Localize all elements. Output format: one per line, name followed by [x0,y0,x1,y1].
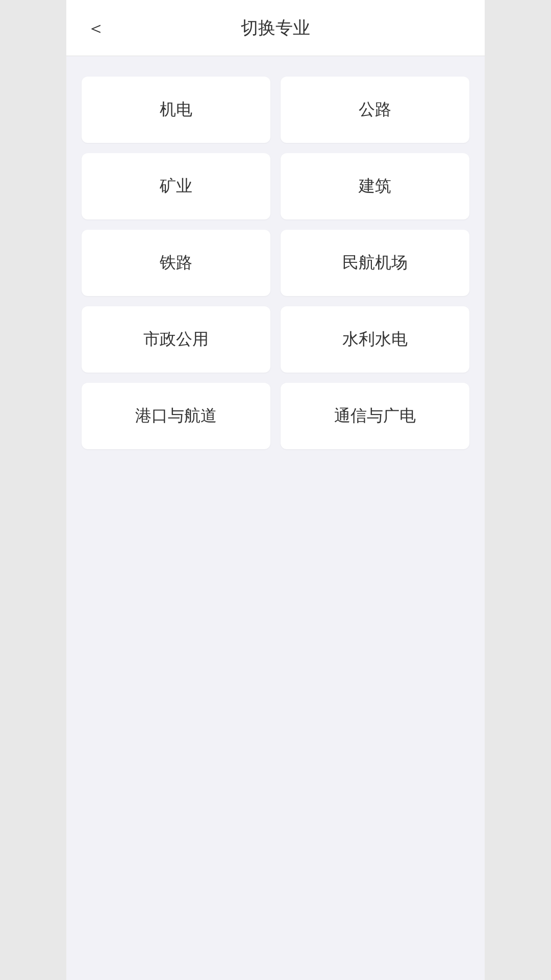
grid-item-label-mechanical-electrical: 机电 [160,99,192,121]
content-area: 机电公路矿业建筑铁路民航机场市政公用水利水电港口与航道通信与广电 [66,56,485,470]
header: ＜ 切换专业 [66,0,485,56]
specialty-grid: 机电公路矿业建筑铁路民航机场市政公用水利水电港口与航道通信与广电 [82,77,469,449]
grid-item-railway[interactable]: 铁路 [82,230,270,296]
back-icon: ＜ [87,17,105,38]
grid-item-label-municipal: 市政公用 [143,328,209,351]
grid-item-label-railway: 铁路 [160,252,192,274]
grid-item-telecom-broadcast[interactable]: 通信与广电 [281,383,469,449]
grid-item-mechanical-electrical[interactable]: 机电 [82,77,270,143]
grid-item-municipal[interactable]: 市政公用 [82,306,270,373]
grid-item-label-port-waterway: 港口与航道 [135,405,217,427]
back-button[interactable]: ＜ [82,14,110,42]
page-title: 切换专业 [241,16,310,40]
grid-item-highway[interactable]: 公路 [281,77,469,143]
grid-item-label-mining: 矿业 [160,175,192,198]
grid-item-label-civil-aviation: 民航机场 [342,252,408,274]
grid-item-port-waterway[interactable]: 港口与航道 [82,383,270,449]
grid-item-civil-aviation[interactable]: 民航机场 [281,230,469,296]
grid-item-label-highway: 公路 [359,99,391,121]
grid-item-water-conservancy[interactable]: 水利水电 [281,306,469,373]
grid-item-label-construction: 建筑 [359,175,391,198]
app-container: ＜ 切换专业 机电公路矿业建筑铁路民航机场市政公用水利水电港口与航道通信与广电 [66,0,485,980]
grid-item-construction[interactable]: 建筑 [281,153,469,219]
grid-item-label-water-conservancy: 水利水电 [342,328,408,351]
grid-item-mining[interactable]: 矿业 [82,153,270,219]
grid-item-label-telecom-broadcast: 通信与广电 [334,405,416,427]
